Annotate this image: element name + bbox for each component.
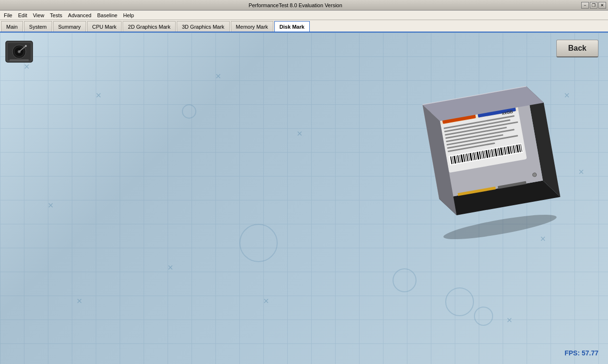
svg-rect-7 xyxy=(10,59,29,61)
deco-cross-4: × xyxy=(297,128,303,139)
deco-circle-2 xyxy=(474,307,493,326)
deco-cross-2: × xyxy=(96,90,101,101)
close-button[interactable]: ✕ xyxy=(598,2,606,9)
tab-3d-graphics[interactable]: 3D Graphics Mark xyxy=(177,21,230,32)
deco-cross-11: × xyxy=(507,315,512,326)
deco-cross-6: × xyxy=(168,262,173,273)
tab-bar: MainSystemSummaryCPU Mark2D Graphics Mar… xyxy=(0,20,608,33)
tab-memory[interactable]: Memory Mark xyxy=(231,21,273,32)
deco-cross-3: × xyxy=(215,71,221,82)
menu-help[interactable]: Help xyxy=(120,11,137,19)
tab-main[interactable]: Main xyxy=(1,21,23,32)
deco-circle-4 xyxy=(239,224,278,262)
menu-view[interactable]: View xyxy=(30,11,47,19)
restore-button[interactable]: ❐ xyxy=(590,2,597,9)
tab-system[interactable]: System xyxy=(24,21,52,32)
svg-point-6 xyxy=(25,45,27,47)
title-bar: PerformanceTest 8.0 Evaluation Version −… xyxy=(0,0,608,11)
tab-2d-graphics[interactable]: 2D Graphics Mark xyxy=(123,21,176,32)
menu-bar: FileEditViewTestsAdvancedBaselineHelp xyxy=(0,11,608,20)
main-content: × × × × × × × × × × × × Back xyxy=(0,33,608,364)
fps-counter: FPS: 57.77 xyxy=(564,349,598,357)
tab-disk[interactable]: Disk Mark xyxy=(274,21,310,32)
hard-drive-3d-view: xxGB xyxy=(402,56,570,257)
minimize-button[interactable]: − xyxy=(581,2,589,9)
menu-baseline[interactable]: Baseline xyxy=(94,11,120,19)
tab-summary[interactable]: Summary xyxy=(53,21,86,32)
deco-circle-5 xyxy=(393,268,417,292)
back-button[interactable]: Back xyxy=(556,40,598,57)
tab-cpu-mark[interactable]: CPU Mark xyxy=(87,21,122,32)
svg-point-8 xyxy=(442,210,558,244)
deco-circle-3 xyxy=(182,104,196,119)
deco-cross-9: × xyxy=(578,166,584,177)
deco-cross-12: × xyxy=(77,296,82,307)
menu-file[interactable]: File xyxy=(1,11,15,19)
deco-cross-5: × xyxy=(48,200,54,211)
window-controls: − ❐ ✕ xyxy=(581,2,606,9)
menu-edit[interactable]: Edit xyxy=(15,11,30,19)
deco-cross-7: × xyxy=(263,296,269,307)
deco-circle-1 xyxy=(445,287,474,316)
menu-tests[interactable]: Tests xyxy=(47,11,65,19)
window-title: PerformanceTest 8.0 Evaluation Version xyxy=(10,2,581,8)
menu-advanced[interactable]: Advanced xyxy=(65,11,94,19)
hard-drive-icon xyxy=(5,37,34,66)
